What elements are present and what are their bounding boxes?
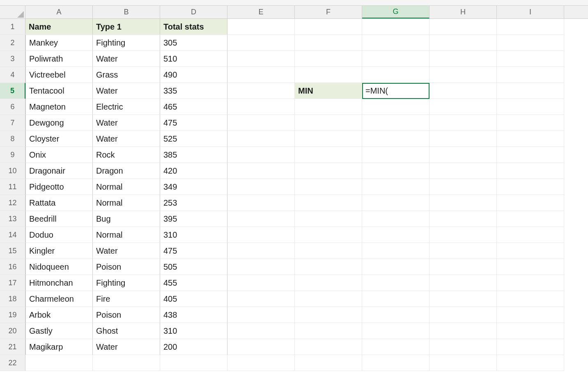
cell-G16[interactable] [362,259,430,275]
cell-D13[interactable]: 395 [160,211,227,227]
row-header-4[interactable]: 4 [0,67,25,83]
cell-I5[interactable] [497,83,564,99]
cell-F9[interactable] [295,147,362,163]
row-header-15[interactable]: 15 [0,243,25,259]
cell-D3[interactable]: 510 [160,51,227,67]
cell-G8[interactable] [362,131,430,147]
cell-E6[interactable] [227,99,295,115]
cell-H11[interactable] [430,179,497,195]
cell-B1[interactable]: Type 1 [93,19,160,35]
cell-I16[interactable] [497,259,564,275]
cell-G22[interactable] [362,355,430,371]
cell-I4[interactable] [497,67,564,83]
row-header-3[interactable]: 3 [0,51,25,67]
cell-I1[interactable] [497,19,564,35]
cell-H14[interactable] [430,227,497,243]
row-header-20[interactable]: 20 [0,323,25,339]
cell-F14[interactable] [295,227,362,243]
cell-I8[interactable] [497,131,564,147]
cell-D1[interactable]: Total stats [160,19,227,35]
cell-G11[interactable] [362,179,430,195]
cell-F21[interactable] [295,339,362,355]
cell-H5[interactable] [430,83,497,99]
cell-G13[interactable] [362,211,430,227]
cell-E4[interactable] [227,67,295,83]
cell-A20[interactable]: Gastly [25,323,93,339]
cell-F19[interactable] [295,307,362,323]
cell-G18[interactable] [362,291,430,307]
cell-G3[interactable] [362,51,430,67]
cell-H10[interactable] [430,163,497,179]
row-header-13[interactable]: 13 [0,211,25,227]
cell-A12[interactable]: Rattata [25,195,93,211]
row-header-1[interactable]: 1 [0,19,25,35]
cell-G7[interactable] [362,115,430,131]
cell-E18[interactable] [227,291,295,307]
cell-G9[interactable] [362,147,430,163]
cell-F22[interactable] [295,355,362,371]
row-header-11[interactable]: 11 [0,179,25,195]
column-header-I[interactable]: I [497,6,564,18]
cell-H9[interactable] [430,147,497,163]
cell-G14[interactable] [362,227,430,243]
cell-A15[interactable]: Kingler [25,243,93,259]
cell-B22[interactable] [93,355,160,371]
cell-H2[interactable] [430,35,497,51]
cell-I3[interactable] [497,51,564,67]
cell-G17[interactable] [362,275,430,291]
cell-D19[interactable]: 438 [160,307,227,323]
cell-F6[interactable] [295,99,362,115]
cell-G4[interactable] [362,67,430,83]
cell-E19[interactable] [227,307,295,323]
cell-A9[interactable]: Onix [25,147,93,163]
cell-B20[interactable]: Ghost [93,323,160,339]
cell-H7[interactable] [430,115,497,131]
cell-G19[interactable] [362,307,430,323]
cell-H3[interactable] [430,51,497,67]
column-header-B[interactable]: B [93,6,160,18]
cell-B5[interactable]: Water [93,83,160,99]
cell-E12[interactable] [227,195,295,211]
cell-F2[interactable] [295,35,362,51]
row-header-5[interactable]: 5 [0,83,25,99]
cell-B9[interactable]: Rock [93,147,160,163]
cell-B3[interactable]: Water [93,51,160,67]
cell-B19[interactable]: Poison [93,307,160,323]
cell-A19[interactable]: Arbok [25,307,93,323]
cell-D16[interactable]: 505 [160,259,227,275]
cell-D10[interactable]: 420 [160,163,227,179]
cell-F3[interactable] [295,51,362,67]
cell-B21[interactable]: Water [93,339,160,355]
cell-F20[interactable] [295,323,362,339]
cell-B15[interactable]: Water [93,243,160,259]
cell-E20[interactable] [227,323,295,339]
column-header-A[interactable]: A [25,6,93,18]
cell-E8[interactable] [227,131,295,147]
cell-G15[interactable] [362,243,430,259]
cell-D22[interactable] [160,355,227,371]
cell-I21[interactable] [497,339,564,355]
cell-E16[interactable] [227,259,295,275]
cell-F12[interactable] [295,195,362,211]
cell-D7[interactable]: 475 [160,115,227,131]
row-header-22[interactable]: 22 [0,355,25,371]
cell-B7[interactable]: Water [93,115,160,131]
cell-I9[interactable] [497,147,564,163]
cell-A16[interactable]: Nidoqueen [25,259,93,275]
cell-A4[interactable]: Victreebel [25,67,93,83]
cell-I10[interactable] [497,163,564,179]
column-header-G[interactable]: G [362,6,430,18]
cell-B12[interactable]: Normal [93,195,160,211]
cell-H8[interactable] [430,131,497,147]
cell-E1[interactable] [227,19,295,35]
cell-E7[interactable] [227,115,295,131]
cell-A2[interactable]: Mankey [25,35,93,51]
cell-A3[interactable]: Poliwrath [25,51,93,67]
cell-E21[interactable] [227,339,295,355]
cell-A22[interactable] [25,355,93,371]
cell-A7[interactable]: Dewgong [25,115,93,131]
row-header-10[interactable]: 10 [0,163,25,179]
cell-B17[interactable]: Fighting [93,275,160,291]
cell-D15[interactable]: 475 [160,243,227,259]
cell-I19[interactable] [497,307,564,323]
